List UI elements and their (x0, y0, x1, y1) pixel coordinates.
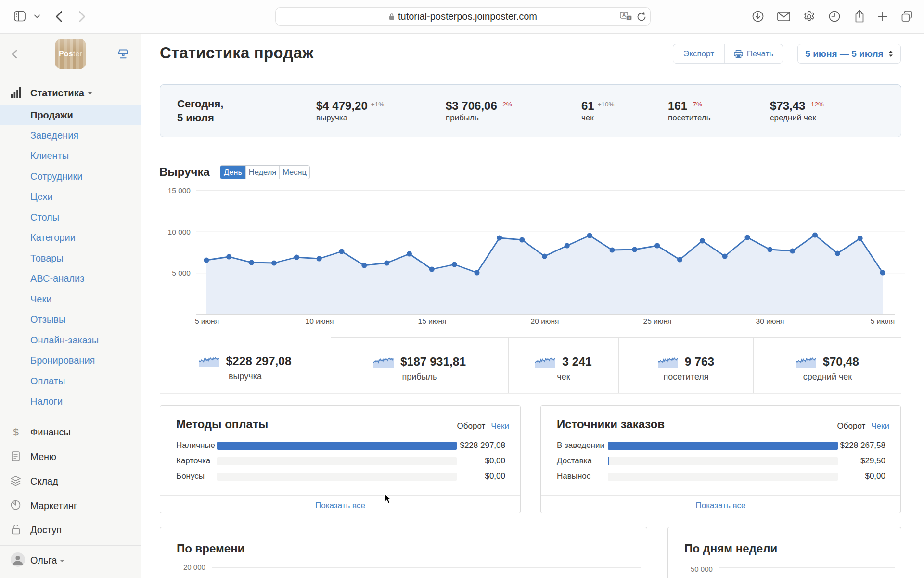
svg-text:A: A (622, 13, 626, 18)
svg-text:5 000: 5 000 (172, 269, 191, 277)
svg-text:10 июня: 10 июня (306, 317, 334, 325)
svg-text:30 июня: 30 июня (756, 317, 784, 325)
svg-text:10 000: 10 000 (168, 228, 191, 236)
svg-text:20 июня: 20 июня (531, 317, 559, 325)
svg-text:25 июня: 25 июня (643, 317, 672, 325)
svg-text:5 июня: 5 июня (195, 317, 219, 325)
svg-text:15 июня: 15 июня (418, 317, 447, 325)
svg-text:5 июля: 5 июля (871, 317, 895, 325)
svg-text:15 000: 15 000 (168, 187, 191, 195)
svg-text:x: x (628, 15, 630, 20)
